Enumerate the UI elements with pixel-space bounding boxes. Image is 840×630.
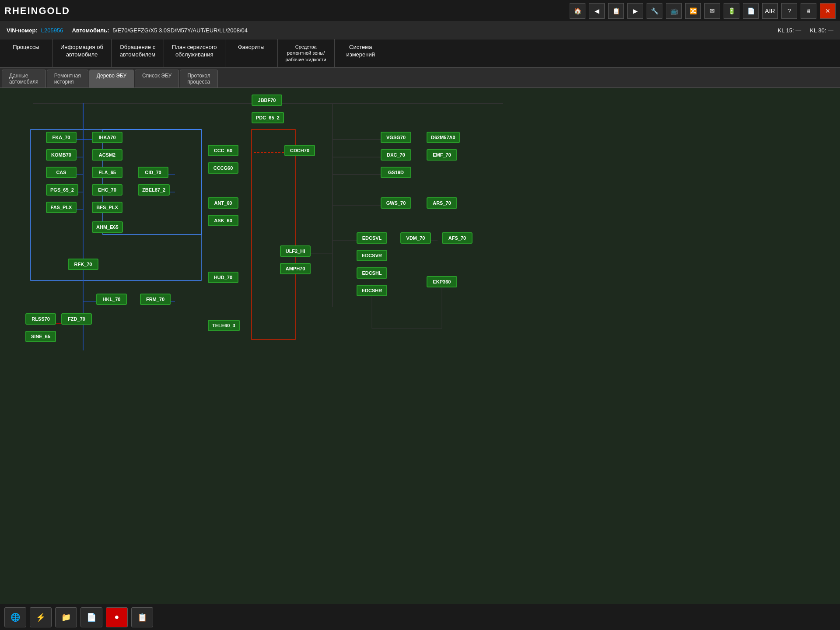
ecu-afs70[interactable]: AFS_70 bbox=[442, 232, 472, 244]
monitor-icon[interactable]: 🖥 bbox=[801, 3, 816, 19]
ecu-amph70[interactable]: AMPH70 bbox=[280, 263, 311, 274]
connection-lines bbox=[0, 88, 840, 606]
home-icon[interactable]: 🏠 bbox=[570, 3, 585, 19]
title-bar: RHEINGOLD 🏠 ◀ 📋 ▶ 🔧 📺 🔀 ✉ 🔋 📄 AIR ? 🖥 ✕ bbox=[0, 0, 840, 22]
ecu-cas[interactable]: CAS bbox=[46, 167, 77, 178]
ecu-jbbf70[interactable]: JBBF70 bbox=[252, 94, 282, 106]
ecu-ccc60[interactable]: CCC_60 bbox=[208, 145, 238, 156]
kl-status: KL 15: — KL 30: — bbox=[778, 27, 833, 34]
nav-repair-zone[interactable]: Средстваремонтной зоны/рабочие жидкости bbox=[278, 39, 335, 67]
car-label: Автомобиль: bbox=[72, 27, 109, 34]
ecu-d62m57a0[interactable]: D62M57A0 bbox=[427, 132, 460, 143]
ecu-edcsvr[interactable]: EDCSVR bbox=[357, 250, 387, 261]
ecu-ask60[interactable]: ASK_60 bbox=[208, 215, 238, 226]
nav-processes[interactable]: Процессы bbox=[0, 39, 52, 67]
ecu-cdch70[interactable]: CDCH70 bbox=[284, 145, 315, 156]
vin-value: L205956 bbox=[41, 27, 63, 34]
back-icon[interactable]: ◀ bbox=[589, 3, 605, 19]
ecu-edcshr[interactable]: EDCSHR bbox=[357, 285, 387, 296]
ecu-ehc70[interactable]: EHC_70 bbox=[92, 184, 122, 196]
ecu-ant60[interactable]: ANT_60 bbox=[208, 197, 238, 209]
nav-car-info[interactable]: Информация обавтомобиле bbox=[52, 39, 112, 67]
ecu-frm70[interactable]: FRM_70 bbox=[140, 294, 171, 305]
temp-icon[interactable]: AIR bbox=[762, 3, 778, 19]
kl15-status: KL 15: — bbox=[778, 27, 802, 34]
nav-favorites[interactable]: Фавориты bbox=[225, 39, 278, 67]
nav-car-handling[interactable]: Обращение савтомобилем bbox=[112, 39, 164, 67]
ecu-acsm2[interactable]: ACSM2 bbox=[92, 149, 122, 161]
taskbar-doc[interactable]: 📄 bbox=[80, 607, 102, 627]
ecu-diagram-area: JBBF70 PDC_65_2 FKA_70 IHKA70 KOMB70 ACS… bbox=[0, 88, 840, 606]
swap-icon[interactable]: 🔀 bbox=[685, 3, 701, 19]
ecu-vgsg70[interactable]: VGSG70 bbox=[381, 132, 411, 143]
ecu-ulf2hi[interactable]: ULF2_HI bbox=[280, 245, 311, 257]
app-title: RHEINGOLD bbox=[4, 5, 70, 17]
ecu-hkl70[interactable]: HKL_70 bbox=[96, 294, 127, 305]
taskbar-app2[interactable]: 📋 bbox=[131, 607, 153, 627]
main-nav: Процессы Информация обавтомобиле Обращен… bbox=[0, 39, 840, 68]
ecu-bfsplx[interactable]: BFS_PLX bbox=[92, 202, 122, 213]
toolbar-icons: 🏠 ◀ 📋 ▶ 🔧 📺 🔀 ✉ 🔋 📄 AIR ? 🖥 ✕ bbox=[570, 3, 836, 19]
ecu-emf70[interactable]: EMF_70 bbox=[427, 149, 457, 161]
battery-icon[interactable]: 🔋 bbox=[724, 3, 739, 19]
vin-label: VIN-номер: bbox=[7, 27, 38, 34]
help-icon[interactable]: ? bbox=[781, 3, 797, 19]
svg-rect-1 bbox=[103, 130, 201, 234]
nav-service-plan[interactable]: План сервисногообслуживания bbox=[164, 39, 225, 67]
taskbar: 🌐 ⚡ 📁 📄 ● 📋 bbox=[0, 604, 840, 630]
subnav-ecu-list[interactable]: Список ЭБУ bbox=[135, 70, 179, 88]
ecu-vdm70[interactable]: VDM_70 bbox=[400, 232, 431, 244]
forward-icon[interactable]: ▶ bbox=[627, 3, 643, 19]
ecu-pgs652[interactable]: PGS_65_2 bbox=[46, 184, 78, 196]
ecu-ars70[interactable]: ARS_70 bbox=[427, 197, 457, 209]
taskbar-browser[interactable]: 🌐 bbox=[4, 607, 26, 627]
ecu-fla65[interactable]: FLA_65 bbox=[92, 167, 122, 178]
menu-icon[interactable]: 📋 bbox=[608, 3, 624, 19]
subnav-ecu-tree[interactable]: Дерево ЭБУ bbox=[89, 70, 134, 88]
taskbar-files[interactable]: 📁 bbox=[55, 607, 77, 627]
ecu-fzd70[interactable]: FZD_70 bbox=[61, 313, 92, 325]
ecu-rfk70[interactable]: RFK_70 bbox=[68, 259, 98, 270]
car-value: 5/E70/GEFZG/X5 3.0SD/M57Y/AUT/EUR/LL/200… bbox=[113, 27, 248, 34]
sub-nav: Данныеавтомобиля Ремонтнаяистория Дерево… bbox=[0, 68, 840, 88]
ecu-fka70[interactable]: FKA_70 bbox=[46, 132, 77, 143]
svg-rect-2 bbox=[252, 130, 295, 340]
ecu-fasplx[interactable]: FAS_PLX bbox=[46, 202, 77, 213]
ecu-ekp360[interactable]: EKP360 bbox=[427, 276, 457, 287]
ecu-edcsvl[interactable]: EDCSVL bbox=[357, 232, 387, 244]
ecu-gs19d[interactable]: GS19D bbox=[381, 167, 411, 178]
tools-icon[interactable]: 🔧 bbox=[647, 3, 662, 19]
vin-bar: VIN-номер: L205956 Автомобиль: 5/E70/GEF… bbox=[0, 22, 840, 39]
ecu-ihka70[interactable]: IHKA70 bbox=[92, 132, 122, 143]
nav-measurements[interactable]: Системаизмерений bbox=[335, 39, 387, 67]
taskbar-power[interactable]: ⚡ bbox=[30, 607, 52, 627]
ecu-rlss70[interactable]: RLSS70 bbox=[25, 313, 56, 325]
ecu-tele603[interactable]: TELE60_3 bbox=[208, 320, 240, 331]
kl30-status: KL 30: — bbox=[810, 27, 833, 34]
ecu-komb70[interactable]: KOMB70 bbox=[46, 149, 77, 161]
subnav-repair-history[interactable]: Ремонтнаяистория bbox=[47, 70, 88, 88]
ecu-zbel872[interactable]: ZBEL87_2 bbox=[138, 184, 170, 196]
ecu-pdc65[interactable]: PDC_65_2 bbox=[252, 112, 284, 123]
subnav-car-data[interactable]: Данныеавтомобиля bbox=[2, 70, 46, 88]
ecu-cid70[interactable]: CID_70 bbox=[138, 167, 168, 178]
doc-icon[interactable]: 📄 bbox=[743, 3, 759, 19]
mail-icon[interactable]: ✉ bbox=[704, 3, 720, 19]
close-icon[interactable]: ✕ bbox=[820, 3, 836, 19]
taskbar-app1[interactable]: ● bbox=[106, 607, 128, 627]
ecu-cccg60[interactable]: CCCG60 bbox=[208, 162, 238, 174]
display-icon[interactable]: 📺 bbox=[666, 3, 682, 19]
ecu-dxc70[interactable]: DXC_70 bbox=[381, 149, 411, 161]
ecu-sine65[interactable]: SINE_65 bbox=[25, 331, 56, 342]
subnav-process-log[interactable]: Протоколпроцесса bbox=[180, 70, 218, 88]
ecu-gws70[interactable]: GWS_70 bbox=[381, 197, 411, 209]
ecu-ahme65[interactable]: AHM_E65 bbox=[92, 221, 123, 233]
ecu-edcshl[interactable]: EDCSHL bbox=[357, 267, 387, 279]
ecu-hud70[interactable]: HUD_70 bbox=[208, 272, 238, 283]
